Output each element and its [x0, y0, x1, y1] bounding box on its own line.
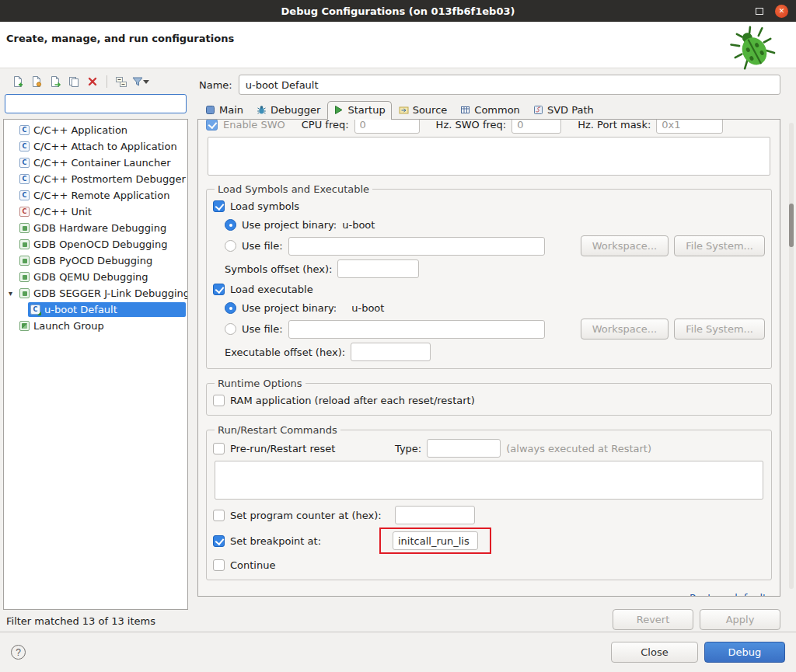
close-window-icon[interactable] [775, 5, 788, 18]
symbols-project-binary-radio[interactable] [225, 219, 236, 231]
tree-item-gdb-openocd[interactable]: GDB OpenOCD Debugging [4, 236, 187, 252]
tab-label: Debugger [271, 104, 320, 116]
tree-item-gdb-pyocd[interactable]: GDB PyOCD Debugging [4, 252, 187, 269]
tree-item-gdb-hardware[interactable]: GDB Hardware Debugging [4, 220, 187, 236]
new-config-button[interactable] [9, 74, 26, 89]
filter-button[interactable] [131, 74, 148, 89]
symbols-offset-input[interactable] [337, 259, 419, 278]
executable-file-input [288, 320, 545, 339]
swo-config-textarea[interactable] [208, 137, 770, 176]
executable-project-binary-value: u-boot [351, 302, 384, 314]
ram-application-checkbox[interactable] [213, 395, 225, 406]
tree-item-uboot-default[interactable]: u-boot Default [4, 301, 187, 318]
swo-row: Enable SWO CPU freq: Hz. SWO freq: Hz. P… [206, 119, 772, 132]
prerun-reset-row: Pre-run/Restart reset Type: (always exec… [213, 439, 765, 458]
cpp-launch-icon [19, 125, 30, 135]
maximize-icon[interactable] [756, 8, 763, 15]
tree-item-cpp-unit[interactable]: C/C++ Unit [4, 204, 187, 220]
continue-label: Continue [230, 559, 275, 571]
tab-svd-path[interactable]: SVD Path [527, 101, 600, 119]
duplicate-config-button[interactable] [65, 74, 82, 89]
load-executable-row: Load executable [213, 281, 765, 297]
use-file-label: Use file: [242, 323, 283, 335]
continue-checkbox[interactable] [213, 559, 225, 571]
gdb-launch-icon [19, 223, 30, 233]
tree-item-label: GDB Hardware Debugging [33, 222, 166, 234]
tree-item-label: GDB SEGGER J-Link Debugging [33, 287, 188, 299]
reset-type-hint: (always executed at Restart) [506, 443, 651, 454]
collapse-all-button[interactable] [113, 74, 130, 89]
symbols-filesystem-button: File System... [674, 235, 765, 256]
reset-type-input [427, 439, 501, 458]
symbols-workspace-button: Workspace... [581, 235, 669, 256]
port-mask-label: Hz. Port mask: [578, 119, 651, 131]
debug-configurations-dialog: Debug Configurations (on 013fb6f1eb03) C… [0, 0, 796, 672]
swo-freq-input [511, 119, 561, 134]
debugger-bug-icon [257, 105, 267, 115]
expand-collapse-icon[interactable] [4, 285, 17, 301]
tree-item-cpp-application[interactable]: C/C++ Application [4, 122, 187, 138]
symbols-project-binary-value: u-boot [342, 219, 375, 231]
name-row: Name: [199, 75, 780, 95]
tree-item-gdb-segger-jlink[interactable]: GDB SEGGER J-Link Debugging [4, 285, 187, 301]
set-breakpoint-checkbox[interactable] [213, 535, 225, 547]
tree-item-cpp-attach[interactable]: C/C++ Attach to Application [4, 138, 187, 155]
close-button[interactable]: Close [611, 642, 698, 663]
symbols-file-input [288, 237, 545, 256]
delete-config-button[interactable] [84, 74, 101, 89]
action-row: Revert Apply [197, 609, 780, 630]
cpp-unit-icon [19, 207, 30, 217]
use-project-binary-label: Use project binary: [242, 302, 337, 314]
tab-common[interactable]: Common [454, 101, 526, 119]
tree-item-label: C/C++ Remote Application [33, 190, 169, 201]
executable-workspace-button: Workspace... [581, 319, 669, 339]
executable-use-file-radio[interactable] [225, 323, 236, 335]
tree-item-label: GDB PyOCD Debugging [33, 255, 152, 266]
new-prototype-button[interactable] [28, 74, 45, 89]
new-config-icon [12, 75, 24, 88]
tab-debugger[interactable]: Debugger [250, 101, 326, 119]
filter-input[interactable] [5, 94, 187, 113]
tab-main[interactable]: Main [199, 101, 250, 119]
load-symbols-checkbox[interactable] [213, 200, 225, 212]
use-project-binary-label: Use project binary: [242, 219, 337, 231]
prerun-reset-checkbox[interactable] [213, 443, 225, 454]
run-commands-textarea[interactable] [215, 461, 763, 500]
tree-item-label: u-boot Default [44, 304, 117, 315]
tree-item-gdb-qemu[interactable]: GDB QEMU Debugging [4, 269, 187, 285]
help-button[interactable]: ? [11, 645, 26, 660]
export-config-button[interactable] [47, 74, 64, 89]
tree-item-label: Launch Group [33, 320, 104, 332]
use-file-label: Use file: [242, 240, 283, 252]
symbols-offset-label: Symbols offset (hex): [225, 263, 332, 275]
ram-application-label: RAM application (reload after each reset… [230, 395, 475, 406]
executable-project-binary-radio[interactable] [225, 302, 236, 314]
restore-defaults-link[interactable]: Restore defaults [690, 592, 772, 597]
debug-button[interactable]: Debug [704, 642, 785, 663]
tree-item-launch-group[interactable]: Launch Group [4, 318, 187, 334]
tree-item-cpp-postmortem[interactable]: C/C++ Postmortem Debugger [4, 171, 187, 187]
tab-startup[interactable]: Startup [327, 101, 391, 120]
name-input[interactable] [239, 75, 780, 95]
restore-defaults-row: Restore defaults [206, 587, 772, 597]
load-executable-checkbox[interactable] [213, 284, 225, 295]
prerun-reset-label: Pre-run/Restart reset [230, 443, 389, 454]
executable-offset-input[interactable] [351, 343, 431, 361]
svd-path-tab-icon [533, 105, 543, 115]
run-restart-group-title: Run/Restart Commands [215, 424, 340, 436]
set-breakpoint-input[interactable] [393, 531, 478, 550]
ram-application-row: RAM application (reload after each reset… [213, 392, 765, 408]
tab-source[interactable]: Source [393, 101, 454, 119]
scrollbar-thumb[interactable] [789, 204, 794, 247]
executable-offset-row: Executable offset (hex): [225, 343, 765, 361]
vertical-scrollbar[interactable] [789, 123, 794, 589]
tree-item-cpp-container[interactable]: C/C++ Container Launcher [4, 155, 187, 171]
continue-row: Continue [213, 557, 765, 573]
common-tab-icon [460, 105, 470, 115]
set-pc-checkbox[interactable] [213, 510, 225, 521]
revert-button: Revert [613, 609, 693, 630]
toolbar-separator [106, 75, 107, 88]
tree-item-cpp-remote[interactable]: C/C++ Remote Application [4, 187, 187, 204]
startup-play-icon [333, 105, 344, 115]
symbols-use-file-radio[interactable] [225, 240, 236, 252]
